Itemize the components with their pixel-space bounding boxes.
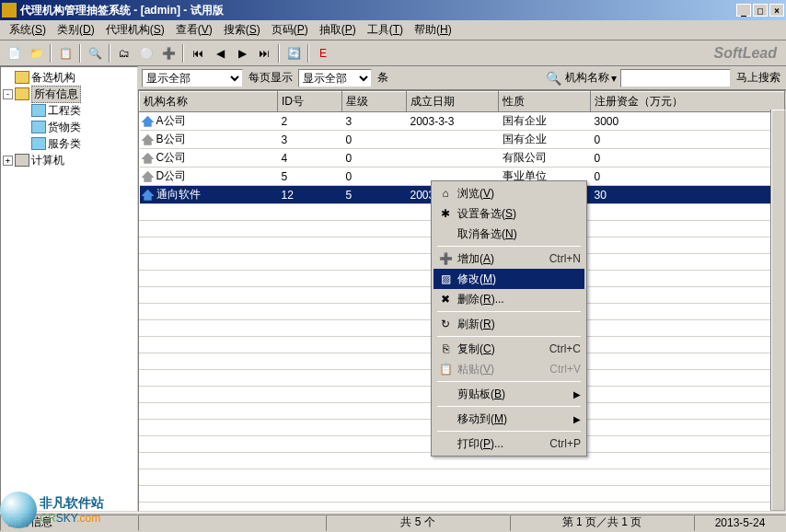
toolbar-btn-7[interactable]: ➕: [158, 43, 179, 64]
toolbar-prev-icon[interactable]: ◀: [210, 43, 230, 64]
context-menu: ⌂浏览(V)✱设置备选(S)取消备选(N)➕增加(A)Ctrl+N▨修改(M)✖…: [431, 180, 587, 457]
table-cell: 0: [342, 131, 407, 149]
blank-icon: [437, 226, 454, 241]
menu-item[interactable]: 帮助(H): [409, 20, 457, 40]
menu-separator: [437, 431, 581, 432]
maximize-button[interactable]: □: [753, 4, 768, 17]
table-cell: 通向软件: [140, 186, 278, 204]
shortcut-label: Ctrl+N: [549, 252, 581, 265]
menu-item[interactable]: 工具(T): [362, 20, 409, 40]
context-menu-item[interactable]: ➕增加(A)Ctrl+N: [433, 249, 584, 269]
menu-label: 复制(C): [457, 341, 549, 357]
toolbar-last-icon[interactable]: ⏭: [254, 43, 274, 64]
menu-item[interactable]: 系统(S): [4, 20, 52, 40]
table-row[interactable]: B公司30国有企业0: [140, 131, 785, 149]
tree-label: 货物类: [48, 120, 81, 135]
toolbar-exit-icon[interactable]: E: [313, 43, 333, 64]
search-field-dropdown[interactable]: 机构名称 ▾: [565, 70, 617, 86]
filter-showall-2[interactable]: 显示全部: [298, 69, 372, 87]
window-title: 代理机构管理抽签系统 - [admin] - 试用版: [20, 3, 736, 18]
tree-item[interactable]: 备选机构: [3, 69, 135, 86]
context-menu-item[interactable]: 剪贴板(B)▶: [433, 384, 584, 404]
tree-item[interactable]: -所有信息: [3, 86, 135, 102]
search-input[interactable]: [620, 69, 731, 87]
menu-label: 剪贴板(B): [457, 387, 573, 402]
vertical-scrollbar[interactable]: [770, 110, 785, 511]
tree-toggle-icon[interactable]: +: [3, 156, 13, 166]
tree-item[interactable]: 服务类: [3, 135, 135, 152]
menu-item[interactable]: 抽取(P): [314, 20, 362, 40]
menu-label: 粘贴(V): [457, 362, 549, 377]
brand-label: SoftLead: [714, 45, 777, 62]
context-menu-item[interactable]: ⎘复制(C)Ctrl+C: [433, 339, 584, 359]
menu-label: 浏览(V): [457, 186, 581, 202]
table-row[interactable]: A公司232003-3-3国有企业3000: [140, 112, 785, 131]
column-header[interactable]: 性质: [499, 92, 591, 112]
status-count: 共 5 个: [326, 515, 510, 531]
table-row[interactable]: C公司40有限公司0: [140, 149, 785, 168]
toolbar-btn-5[interactable]: 🗂: [114, 43, 134, 64]
context-menu-item[interactable]: ⌂浏览(V): [433, 183, 584, 203]
table-cell: 0: [591, 168, 785, 186]
context-menu-item[interactable]: 移动到(M)▶: [433, 409, 584, 429]
context-menu-item[interactable]: ✖删除(R)...: [433, 289, 584, 309]
toolbar-next-icon[interactable]: ▶: [232, 43, 252, 64]
table-cell: B公司: [140, 131, 278, 149]
filter-showall-1[interactable]: 显示全部: [142, 69, 243, 87]
house-icon: [142, 171, 155, 182]
blank-icon: [437, 387, 454, 401]
menu-separator: [437, 246, 581, 247]
context-menu-item[interactable]: ▨修改(M): [433, 269, 584, 289]
table-cell: 30: [591, 186, 785, 204]
shortcut-label: Ctrl+C: [549, 342, 581, 355]
search-now-link[interactable]: 马上搜索: [734, 70, 782, 86]
column-header[interactable]: 成立日期: [407, 92, 499, 112]
toolbar-btn-2[interactable]: 📁: [26, 43, 46, 64]
status-page: 第 1 页／共 1 页: [510, 515, 694, 531]
tree-label: 服务类: [48, 136, 81, 152]
paste-icon: 📋: [437, 362, 454, 376]
column-header[interactable]: 机构名称: [140, 92, 278, 112]
context-menu-item[interactable]: ↻刷新(R): [433, 314, 584, 334]
menu-separator: [437, 406, 581, 407]
column-header[interactable]: 星级: [342, 92, 407, 112]
context-menu-item[interactable]: 取消备选(N): [433, 224, 584, 244]
tree-item[interactable]: 货物类: [3, 119, 135, 135]
tree-panel[interactable]: 备选机构-所有信息工程类货物类服务类+计算机: [0, 66, 138, 512]
tree-toggle-icon[interactable]: -: [3, 89, 13, 99]
del-icon: ✖: [437, 292, 454, 306]
table-cell: 5: [278, 168, 342, 186]
menu-item[interactable]: 代理机构(S): [100, 20, 170, 40]
tree-item[interactable]: +计算机: [3, 152, 135, 168]
context-menu-item[interactable]: 打印(P)...Ctrl+P: [433, 434, 584, 454]
statusbar: 所有信息 共 5 个 第 1 页／共 1 页 2013-5-24: [0, 512, 786, 532]
chevron-down-icon: ▾: [611, 72, 617, 85]
toolbar-refresh-icon[interactable]: 🔄: [283, 43, 304, 64]
menu-item[interactable]: 页码(P): [266, 20, 314, 40]
column-header[interactable]: ID号: [278, 92, 342, 112]
menu-item[interactable]: 查看(V): [170, 20, 218, 40]
filter-bar: 显示全部 每页显示 显示全部 条 🔍 机构名称 ▾ 马上搜索: [138, 66, 786, 90]
toolbar-first-icon[interactable]: ⏮: [188, 43, 208, 64]
submenu-arrow-icon: ▶: [573, 389, 581, 399]
table-cell: C公司: [140, 149, 278, 168]
menubar: 系统(S)类别(D)代理机构(S)查看(V)搜索(S)页码(P)抽取(P)工具(…: [0, 20, 786, 40]
toolbar-btn-6[interactable]: ⚪: [136, 43, 156, 64]
table-cell: [407, 149, 499, 168]
table-cell: 2003-3-3: [407, 112, 499, 131]
minimize-button[interactable]: _: [736, 4, 751, 17]
tree-item[interactable]: 工程类: [3, 102, 135, 119]
menu-item[interactable]: 类别(D): [52, 20, 100, 40]
menu-item[interactable]: 搜索(S): [218, 20, 266, 40]
toolbar-search-icon[interactable]: 🔍: [85, 43, 105, 64]
folder-icon: [31, 121, 46, 133]
toolbar-btn-3[interactable]: 📋: [55, 43, 75, 64]
context-menu-item[interactable]: ✱设置备选(S): [433, 203, 584, 224]
close-button[interactable]: ×: [769, 4, 784, 17]
toolbar-btn-1[interactable]: 📄: [4, 43, 24, 64]
titlebar: 代理机构管理抽签系统 - [admin] - 试用版 _ □ ×: [0, 0, 786, 20]
table-cell: 12: [278, 186, 342, 204]
star-icon: ✱: [437, 206, 454, 221]
column-header[interactable]: 注册资金（万元）: [591, 92, 785, 112]
menu-label: 取消备选(N): [457, 226, 581, 242]
